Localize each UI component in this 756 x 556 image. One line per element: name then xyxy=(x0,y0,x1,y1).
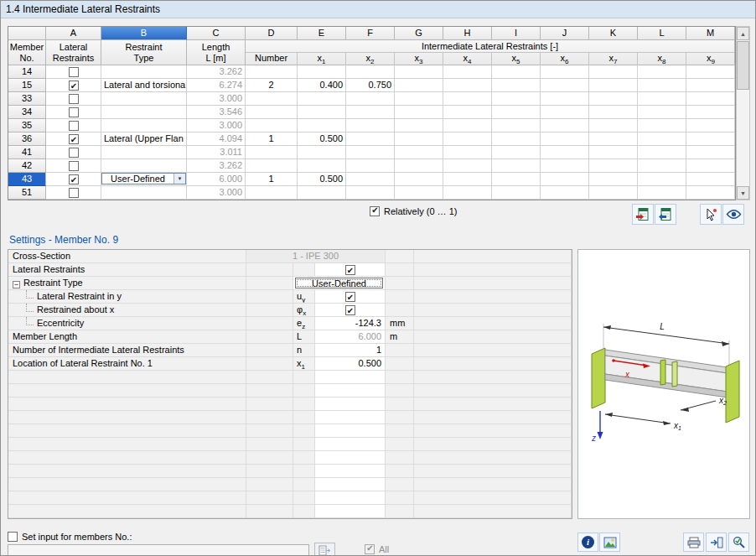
x2-cell[interactable] xyxy=(346,92,395,106)
x3-cell[interactable] xyxy=(395,146,443,159)
lateral-restraint-cell[interactable] xyxy=(46,92,101,106)
column-header-L[interactable]: L xyxy=(638,27,686,40)
lateral-restraint-cell[interactable] xyxy=(46,79,101,92)
scrollbar-thumb[interactable] xyxy=(737,41,749,90)
x7-cell[interactable] xyxy=(589,119,638,133)
lateral-restraint-cell[interactable] xyxy=(46,173,101,186)
view-button[interactable] xyxy=(722,204,744,225)
lateral-restraints-setting-checkbox[interactable] xyxy=(345,265,355,275)
restraint-type-cell[interactable] xyxy=(101,92,187,106)
x9-cell[interactable] xyxy=(686,173,735,186)
x6-cell[interactable] xyxy=(541,186,589,200)
column-header-F[interactable]: F xyxy=(346,27,395,40)
x7-cell[interactable] xyxy=(589,79,638,92)
member-no-cell[interactable]: 15 xyxy=(8,79,46,92)
column-header-G[interactable]: G xyxy=(395,27,443,40)
x8-cell[interactable] xyxy=(638,159,686,173)
lateral-restraint-cell[interactable] xyxy=(46,106,101,119)
x4-cell[interactable] xyxy=(443,79,492,92)
x1-cell[interactable] xyxy=(298,146,346,159)
restraint-type-setting-dropdown[interactable]: User-Defined xyxy=(295,278,383,288)
lateral-restraint-cell[interactable] xyxy=(46,186,101,200)
x5-cell[interactable] xyxy=(492,65,541,79)
pick-members-button[interactable] xyxy=(700,204,722,225)
x2-cell[interactable] xyxy=(346,119,395,133)
restraint-type-cell[interactable] xyxy=(101,119,187,133)
x1-cell[interactable] xyxy=(298,65,346,79)
lateral-restraint-checkbox[interactable] xyxy=(69,161,79,171)
x6-cell[interactable] xyxy=(541,146,589,159)
number-cell[interactable] xyxy=(246,146,298,159)
member-no-cell[interactable]: 51 xyxy=(8,186,46,200)
x7-cell[interactable] xyxy=(589,186,638,200)
member-no-cell[interactable]: 35 xyxy=(8,119,46,133)
x5-cell[interactable] xyxy=(492,92,541,106)
lateral-restraint-checkbox[interactable] xyxy=(69,67,79,77)
x3-cell[interactable] xyxy=(395,159,443,173)
x7-cell[interactable] xyxy=(589,92,638,106)
lateral-restraint-cell[interactable] xyxy=(46,133,101,146)
member-no-cell[interactable]: 14 xyxy=(8,65,46,79)
x2-cell[interactable] xyxy=(346,173,395,186)
check-button[interactable] xyxy=(728,533,749,552)
x4-cell[interactable] xyxy=(443,65,492,79)
restraint-count-value[interactable]: 1 xyxy=(315,344,386,357)
x3-cell[interactable] xyxy=(395,133,443,146)
x3-cell[interactable] xyxy=(395,65,443,79)
x2-cell[interactable] xyxy=(346,146,395,159)
x4-cell[interactable] xyxy=(443,186,492,200)
x6-cell[interactable] xyxy=(541,133,589,146)
uy-checkbox[interactable] xyxy=(345,292,355,302)
phix-checkbox[interactable] xyxy=(345,305,355,315)
export-excel-button[interactable] xyxy=(632,204,654,225)
x8-cell[interactable] xyxy=(638,119,686,133)
x4-cell[interactable] xyxy=(443,106,492,119)
x7-cell[interactable] xyxy=(589,173,638,186)
lateral-restraint-checkbox[interactable] xyxy=(69,94,79,104)
print-button[interactable] xyxy=(683,533,704,552)
x5-cell[interactable] xyxy=(492,106,541,119)
x1-cell[interactable] xyxy=(298,159,346,173)
apply-button[interactable] xyxy=(706,533,727,552)
x5-cell[interactable] xyxy=(492,186,541,200)
number-cell[interactable]: 1 xyxy=(246,133,298,146)
x2-cell[interactable] xyxy=(346,159,395,173)
lateral-restraint-checkbox[interactable] xyxy=(69,188,79,198)
x3-cell[interactable] xyxy=(395,92,443,106)
x9-cell[interactable] xyxy=(686,133,735,146)
members-list-input[interactable] xyxy=(8,544,309,556)
x4-cell[interactable] xyxy=(443,159,492,173)
info-button[interactable]: i xyxy=(577,533,598,552)
import-excel-button[interactable] xyxy=(655,204,676,225)
x9-cell[interactable] xyxy=(686,92,735,106)
lateral-restraint-checkbox[interactable] xyxy=(69,81,79,91)
x8-cell[interactable] xyxy=(638,92,686,106)
restraint-type-cell[interactable]: Lateral and torsiona xyxy=(101,79,187,92)
x4-cell[interactable] xyxy=(443,146,492,159)
member-no-cell[interactable]: 43 xyxy=(8,173,46,186)
number-cell[interactable] xyxy=(246,186,298,200)
x9-cell[interactable] xyxy=(686,186,735,200)
lateral-restraint-cell[interactable] xyxy=(46,159,101,173)
x8-cell[interactable] xyxy=(638,65,686,79)
restraint-type-cell[interactable] xyxy=(101,146,187,159)
member-no-cell[interactable]: 41 xyxy=(8,146,46,159)
x4-cell[interactable] xyxy=(443,173,492,186)
table-scrollbar[interactable]: ▲ ▼ xyxy=(736,26,750,200)
x1-cell[interactable]: 0.500 xyxy=(298,133,346,146)
column-header-D[interactable]: D xyxy=(246,27,298,40)
set-input-checkbox[interactable] xyxy=(8,532,18,542)
x7-cell[interactable] xyxy=(589,106,638,119)
column-header-C[interactable]: C xyxy=(187,27,246,40)
column-header-B[interactable]: B xyxy=(101,27,187,40)
x7-cell[interactable] xyxy=(589,159,638,173)
x8-cell[interactable] xyxy=(638,79,686,92)
corner-header-cell[interactable] xyxy=(8,27,46,40)
x6-cell[interactable] xyxy=(541,173,589,186)
x9-cell[interactable] xyxy=(686,119,735,133)
x4-cell[interactable] xyxy=(443,119,492,133)
x3-cell[interactable] xyxy=(395,119,443,133)
restraint-type-cell[interactable]: Lateral (Upper Flan xyxy=(101,133,187,146)
x9-cell[interactable] xyxy=(686,106,735,119)
x7-cell[interactable] xyxy=(589,65,638,79)
